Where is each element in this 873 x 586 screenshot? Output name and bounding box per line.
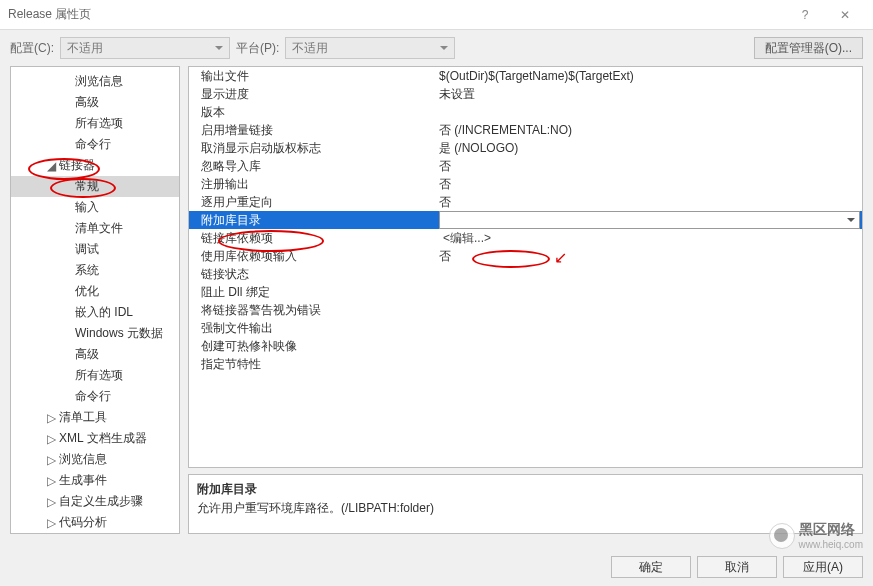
dialog-buttons: 确定 取消 应用(A) [611, 556, 863, 578]
apply-button[interactable]: 应用(A) [783, 556, 863, 578]
tree-node[interactable]: ◢链接器 [11, 155, 179, 176]
property-row[interactable]: 版本 [189, 103, 862, 121]
tree-node[interactable]: ▷代码分析 [11, 512, 179, 533]
platform-combo[interactable]: 不适用 [285, 37, 455, 59]
description-text: 允许用户重写环境库路径。(/LIBPATH:folder) [197, 500, 854, 517]
watermark: 黑区网络 www.heiq.com [769, 521, 863, 550]
property-row[interactable]: 显示进度未设置 [189, 85, 862, 103]
tree-node[interactable]: 命令行 [11, 134, 179, 155]
platform-label: 平台(P): [236, 40, 279, 57]
tree-node[interactable]: 命令行 [11, 386, 179, 407]
ok-button[interactable]: 确定 [611, 556, 691, 578]
tree-node[interactable]: ▷自定义生成步骤 [11, 491, 179, 512]
tree-node[interactable]: 所有选项 [11, 113, 179, 134]
property-row[interactable]: 忽略导入库否 [189, 157, 862, 175]
tree-node[interactable]: 清单文件 [11, 218, 179, 239]
tree-node[interactable]: 浏览信息 [11, 71, 179, 92]
description-panel: 附加库目录 允许用户重写环境库路径。(/LIBPATH:folder) [188, 474, 863, 534]
tree-node[interactable]: 调试 [11, 239, 179, 260]
property-row[interactable]: 链接库依赖项<编辑...> [189, 229, 862, 247]
config-label: 配置(C): [10, 40, 54, 57]
cancel-button[interactable]: 取消 [697, 556, 777, 578]
property-row[interactable]: 附加库目录 [189, 211, 862, 229]
property-row[interactable]: 强制文件输出 [189, 319, 862, 337]
tree-node[interactable]: ▷浏览信息 [11, 449, 179, 470]
description-heading: 附加库目录 [197, 481, 854, 498]
close-button[interactable]: ✕ [825, 0, 865, 30]
property-grid[interactable]: 输出文件$(OutDir)$(TargetName)$(TargetExt)显示… [188, 66, 863, 468]
tree-node[interactable]: 嵌入的 IDL [11, 302, 179, 323]
nav-tree[interactable]: 浏览信息高级所有选项命令行◢链接器常规输入清单文件调试系统优化嵌入的 IDLWi… [10, 66, 180, 534]
tree-node[interactable]: ▷清单工具 [11, 407, 179, 428]
property-row[interactable]: 创建可热修补映像 [189, 337, 862, 355]
property-row[interactable]: 使用库依赖项输入否 [189, 247, 862, 265]
help-button[interactable]: ? [785, 0, 825, 30]
property-row[interactable]: 链接状态 [189, 265, 862, 283]
tree-node[interactable]: ▷生成事件 [11, 470, 179, 491]
config-combo[interactable]: 不适用 [60, 37, 230, 59]
tree-node[interactable]: Windows 元数据 [11, 323, 179, 344]
tree-node[interactable]: 高级 [11, 92, 179, 113]
tree-node[interactable]: 所有选项 [11, 365, 179, 386]
property-row[interactable]: 取消显示启动版权标志是 (/NOLOGO) [189, 139, 862, 157]
property-row[interactable]: 输出文件$(OutDir)$(TargetName)$(TargetExt) [189, 67, 862, 85]
tree-node[interactable]: 输入 [11, 197, 179, 218]
property-row[interactable]: 阻止 Dll 绑定 [189, 283, 862, 301]
tree-node[interactable]: 系统 [11, 260, 179, 281]
tree-node[interactable]: ▷XML 文档生成器 [11, 428, 179, 449]
tree-node[interactable]: 常规 [11, 176, 179, 197]
property-row[interactable]: 启用增量链接否 (/INCREMENTAL:NO) [189, 121, 862, 139]
tree-node[interactable]: 高级 [11, 344, 179, 365]
window-title: Release 属性页 [8, 6, 785, 23]
toolbar: 配置(C): 不适用 平台(P): 不适用 配置管理器(O)... [0, 30, 873, 66]
property-row[interactable]: 将链接器警告视为错误 [189, 301, 862, 319]
config-manager-button[interactable]: 配置管理器(O)... [754, 37, 863, 59]
property-row[interactable]: 逐用户重定向否 [189, 193, 862, 211]
property-row[interactable]: 注册输出否 [189, 175, 862, 193]
watermark-logo-icon [769, 523, 795, 549]
tree-node[interactable]: 优化 [11, 281, 179, 302]
title-bar: Release 属性页 ? ✕ [0, 0, 873, 30]
property-row[interactable]: 指定节特性 [189, 355, 862, 373]
